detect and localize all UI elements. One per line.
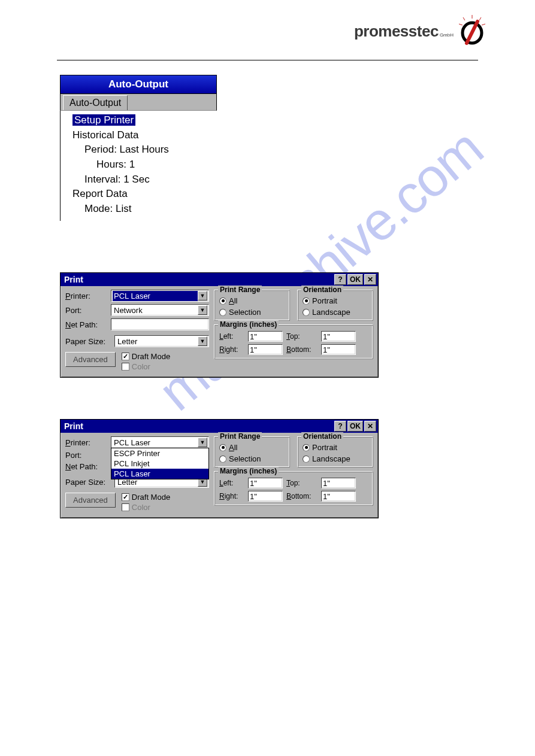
printer-option[interactable]: ESCP Printer	[111, 448, 208, 459]
radio-all[interactable]: All	[219, 296, 285, 305]
logo-icon	[457, 15, 487, 48]
margin-right-label: Right:	[219, 345, 244, 354]
checkbox-icon	[122, 353, 129, 360]
netpath-label: Net Path:	[65, 462, 108, 471]
tree-item-period[interactable]: Period: Last Hours	[84, 142, 217, 157]
paper-label: Paper Size:	[65, 337, 112, 346]
svg-line-4	[482, 24, 485, 25]
ok-button[interactable]: OK	[347, 421, 363, 432]
paper-combo[interactable]: Letter	[114, 335, 209, 347]
orientation-title: Orientation	[301, 286, 343, 294]
chevron-down-icon[interactable]	[198, 336, 207, 346]
radio-all[interactable]: All	[219, 443, 285, 452]
tree-item-mode[interactable]: Mode: List	[84, 202, 217, 217]
chevron-down-icon[interactable]	[198, 438, 207, 447]
checkbox-icon	[122, 503, 129, 511]
orientation-title: Orientation	[301, 432, 343, 441]
margin-right-label: Right:	[219, 492, 244, 500]
dialog-titlebar: Print ? OK ✕	[61, 420, 378, 433]
printer-option[interactable]: PCL Inkjet	[111, 459, 208, 469]
ok-button[interactable]: OK	[347, 274, 363, 285]
port-combo[interactable]: Network	[111, 304, 209, 316]
print-range-title: Print Range	[218, 286, 262, 294]
radio-landscape[interactable]: Landscape	[303, 308, 368, 317]
radio-landscape[interactable]: Landscape	[303, 454, 368, 463]
margin-left-input[interactable]: 1"	[248, 478, 283, 488]
checkbox-icon	[122, 493, 129, 501]
chevron-down-icon[interactable]	[198, 305, 207, 315]
print-range-title: Print Range	[218, 432, 262, 441]
tree-body: Setup Printer Historical Data Period: La…	[60, 111, 217, 221]
netpath-label: Net Path:	[65, 320, 108, 329]
radio-portrait[interactable]: Portrait	[303, 296, 368, 305]
printer-combo[interactable]: PCL Laser	[111, 290, 209, 302]
margin-left-input[interactable]: 1"	[248, 331, 283, 342]
window-title: Auto-Output	[60, 75, 217, 94]
tab-row: Auto-Output	[60, 94, 217, 111]
paper-label: Paper Size:	[65, 478, 112, 487]
logo: promesstec GmbH	[354, 15, 487, 48]
margin-right-input[interactable]: 1"	[248, 344, 283, 355]
tree-item-historical-data[interactable]: Historical Data	[72, 128, 217, 143]
tree-item-report-data[interactable]: Report Data	[72, 187, 217, 202]
auto-output-window: Auto-Output Auto-Output Setup Printer Hi…	[60, 75, 217, 221]
port-label: Port:	[65, 306, 108, 315]
chevron-down-icon[interactable]	[198, 291, 207, 300]
margin-bottom-label: Bottom:	[286, 492, 318, 500]
port-label: Port:	[65, 451, 108, 460]
logo-text: promesstec	[354, 22, 439, 41]
color-checkbox: Color	[122, 362, 170, 371]
margin-left-label: Left:	[219, 332, 244, 341]
margin-top-input[interactable]: 1"	[321, 478, 356, 488]
tree-item-hours[interactable]: Hours: 1	[96, 157, 217, 172]
svg-line-2	[479, 17, 481, 20]
printer-dropdown-list: ESCP Printer PCL Inkjet PCL Laser	[111, 448, 209, 479]
netpath-input[interactable]	[111, 318, 209, 330]
radio-selection[interactable]: Selection	[219, 308, 285, 317]
margin-bottom-input[interactable]: 1"	[321, 344, 356, 355]
margin-right-input[interactable]: 1"	[248, 491, 283, 502]
svg-line-1	[463, 17, 465, 20]
margin-top-label: Top:	[286, 332, 318, 341]
margin-top-label: Top:	[286, 479, 318, 487]
dialog-title: Print	[64, 275, 333, 284]
draft-mode-checkbox[interactable]: Draft Mode	[122, 352, 170, 361]
color-checkbox: Color	[122, 503, 170, 512]
margin-bottom-input[interactable]: 1"	[321, 491, 356, 502]
close-button[interactable]: ✕	[364, 274, 376, 285]
margin-top-input[interactable]: 1"	[321, 331, 356, 342]
print-dialog-1: Print ? OK ✕ Printer: PCL Laser Port: Ne…	[60, 272, 379, 378]
print-dialog-2: Print ? OK ✕ Printer: PCL Laser ESCP Pri…	[60, 419, 379, 518]
dialog-title: Print	[64, 421, 333, 431]
advanced-button[interactable]: Advanced	[65, 493, 116, 508]
printer-combo[interactable]: PCL Laser ESCP Printer PCL Inkjet PCL La…	[111, 436, 209, 448]
tab-auto-output[interactable]: Auto-Output	[63, 95, 128, 110]
checkbox-icon	[122, 363, 129, 371]
dialog-titlebar: Print ? OK ✕	[61, 273, 378, 286]
svg-line-3	[459, 24, 463, 25]
tree-item-interval[interactable]: Interval: 1 Sec	[84, 172, 217, 187]
close-button[interactable]: ✕	[364, 421, 376, 432]
printer-label: Printer:	[65, 438, 108, 447]
advanced-button[interactable]: Advanced	[65, 352, 116, 367]
help-button[interactable]: ?	[334, 274, 346, 285]
tree-item-setup-printer[interactable]: Setup Printer	[72, 113, 217, 128]
margins-title: Margins (inches)	[218, 467, 279, 475]
radio-selection[interactable]: Selection	[219, 454, 285, 463]
margin-left-label: Left:	[219, 479, 244, 487]
draft-mode-checkbox[interactable]: Draft Mode	[122, 493, 170, 502]
printer-label: Printer:	[65, 292, 108, 300]
logo-subtext: GmbH	[440, 32, 454, 38]
help-button[interactable]: ?	[334, 421, 346, 432]
printer-option[interactable]: PCL Laser	[111, 469, 208, 479]
radio-portrait[interactable]: Portrait	[303, 443, 368, 452]
margins-title: Margins (inches)	[218, 320, 279, 329]
margin-bottom-label: Bottom:	[286, 345, 318, 354]
